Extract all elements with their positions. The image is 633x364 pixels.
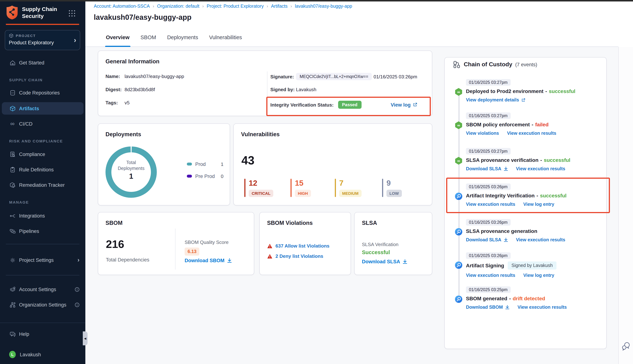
sbom-total: 216 [106,238,124,250]
view-execution-results-link[interactable]: View execution results [516,166,565,172]
svg-text:∞: ∞ [457,123,460,128]
view-execution-results-link[interactable]: View execution results [518,305,567,310]
deny-list-violations-link[interactable]: 2 Deny list Violations [267,254,323,259]
breadcrumb-separator: › [150,4,157,9]
donut-center-value: 1 [106,172,157,180]
app-logo[interactable]: Supply Chain Security [6,5,57,20]
project-name: Product Exploratory [9,40,76,46]
sidebar-item-project-settings[interactable]: Project Settings › [0,254,85,266]
view-execution-results-link[interactable]: View execution results [466,202,515,207]
general-information-card: General Information Name: lavakush07/eas… [98,50,432,116]
sbom-violations-card: SBOM Violations 637 Allow list Violation… [259,212,351,275]
severity-bar [382,179,383,197]
event-timestamp: 01/16/2025 03:26pm [466,219,510,226]
breadcrumb-organization[interactable]: Organization: default [157,4,200,9]
breadcrumb-account[interactable]: Account: Automation-SSCA [94,4,150,9]
scan-circle-icon [454,228,463,236]
sidebar-item-help[interactable]: ? Help [0,328,85,340]
screen: Supply Chain Security PROJECT Product Ex… [0,0,633,364]
signed-by-badge: Signed by Lavakush [508,262,556,270]
view-log-entry-link[interactable]: View log entry [523,273,554,278]
severity-low: 9 LOW [382,179,402,197]
deployments-donut-chart: Total Deployments 1 [106,146,157,198]
severity-badge: MEDIUM [339,190,361,197]
sidebar-item-account-settings[interactable]: Account Settings [0,283,85,296]
sidebar-item-cicd[interactable]: ∞ CI/CD [0,118,85,130]
event-status: failed [535,122,548,128]
breadcrumb-current[interactable]: lavakush07/easy-buggy-app [295,4,352,9]
signed-by-label: Signed by: [270,87,296,92]
project-label: PROJECT [16,34,36,38]
vertical-divider [175,228,176,270]
allow-list-violations-link[interactable]: 637 Allow list Violations [267,243,330,249]
artifacts-cube-icon [9,105,16,112]
code-repository-icon: </> [9,89,16,96]
sidebar-divider [6,244,80,244]
breadcrumb-separator: › [199,4,206,9]
panel-title: Chain of Custody [464,61,512,68]
sidebar-item-organization-settings[interactable]: Organization Settings [0,298,85,311]
breadcrumb-project[interactable]: Project: Product Exploratory [206,4,264,9]
sidebar-item-pipelines[interactable]: Pipelines [0,225,85,237]
coc-event-sbom-generated: 01/16/2025 03:25pm SBOM generated - drif… [466,286,601,310]
deployments-card: Deployments Total Deployments 1 Prod 1 P… [98,124,230,206]
sidebar-item-integrations[interactable]: Integrations [0,210,85,222]
download-sbom-link[interactable]: Download SBOM [466,305,509,310]
legend-item-pre-prod: Pre Prod 0 [187,172,224,180]
sidebar-item-compliance[interactable]: Compliance [0,148,85,160]
tab-sbom[interactable]: SBOM [140,28,156,47]
view-execution-results-link[interactable]: View execution results [507,131,556,136]
event-timestamp: 01/16/2025 03:26pm [466,252,510,259]
view-deployment-details-link[interactable]: View deployment details [466,98,525,102]
event-status: successful [540,192,566,198]
remediation-box-icon [9,182,16,188]
tab-vulnerabilities[interactable]: Vulnerabilities [209,28,242,47]
coc-event-slsa-provenance-verification: ∞ 01/16/2025 03:27pm SLSA provenance ver… [466,148,601,172]
gear-icon [9,257,16,263]
download-icon [504,166,508,171]
cube-icon [9,33,14,38]
sidebar-collapse-handle[interactable]: ◀ [83,332,88,345]
svg-text:∞: ∞ [457,158,460,163]
app-title: Supply Chain Security [22,5,57,20]
event-name: SLSA provenance verification [466,157,538,163]
tab-overview[interactable]: Overview [106,28,130,47]
sidebar-item-remediation-tracker[interactable]: Remediation Tracker [0,179,85,191]
coc-event-artifact-integrity-verification: 01/16/2025 03:26pm Artifact Integrity Ve… [466,183,601,207]
digest-value: 8d23bd3b5d8f [124,87,155,92]
download-sbom-link[interactable]: Download SBOM [184,258,232,263]
severity-badge: HIGH [295,190,311,197]
sidebar-item-get-started[interactable]: Get Started [0,56,85,69]
scan-circle-icon [454,261,463,269]
name-value: lavakush07/easy-buggy-app [124,74,184,79]
sidebar-item-rule-definitions[interactable]: Rule Definitions [0,163,85,176]
sidebar-item-artifacts[interactable]: Artifacts [2,102,84,114]
view-log-link[interactable]: View log [391,102,417,108]
download-icon [227,258,232,263]
card-title: SBOM Violations [267,220,313,226]
download-slsa-link[interactable]: Download SLSA [466,237,508,242]
sidebar-item-code-repositories[interactable]: </> Code Repositories [0,86,85,99]
user-menu[interactable]: L Lavakush [0,348,85,361]
help-chat-icon: ? [9,331,16,337]
tab-deployments[interactable]: Deployments [167,28,198,47]
avatar: L [9,351,16,358]
chain-of-custody-icon [453,61,460,68]
chat-icon[interactable] [621,341,631,351]
view-execution-results-link[interactable]: View execution results [466,273,515,278]
app-switcher-icon[interactable] [69,10,76,18]
view-execution-results-link[interactable]: View execution results [516,237,565,242]
project-selector[interactable]: PROJECT Product Exploratory › [5,30,80,50]
download-slsa-link[interactable]: Download SLSA [362,259,408,264]
deployments-legend: Prod 1 Pre Prod 0 [187,160,224,184]
home-icon [9,59,16,66]
card-title: General Information [106,58,160,65]
download-slsa-link[interactable]: Download SLSA [466,166,508,172]
breadcrumb-artifacts[interactable]: Artifacts [271,4,288,9]
view-log-entry-link[interactable]: View log entry [523,202,554,207]
event-status: drift detected [513,296,545,302]
view-violations-link[interactable]: View violations [466,131,499,136]
severity-badge: LOW [386,190,402,197]
info-icon [75,302,80,307]
slsa-card: SLSA SLSA Verification Successful Downlo… [354,212,432,275]
